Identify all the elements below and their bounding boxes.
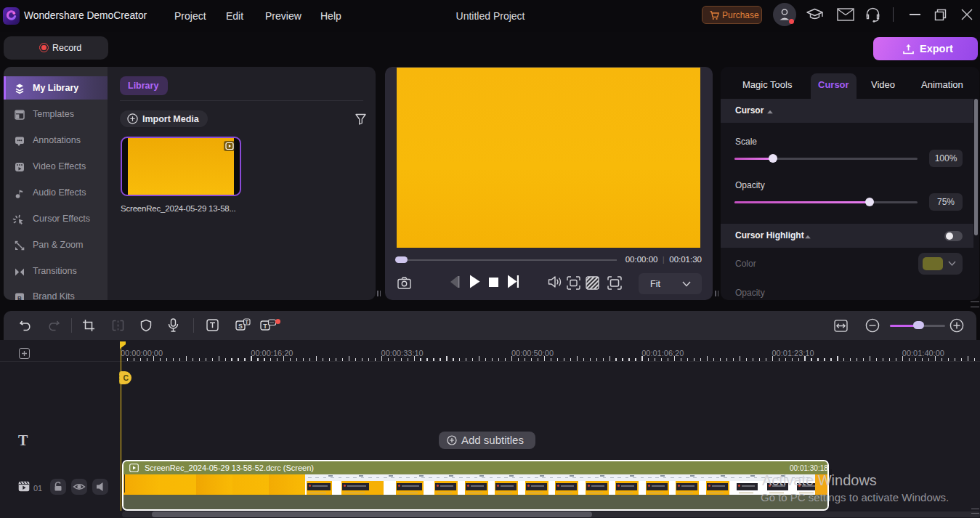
svg-text:S: S [238,323,243,330]
svg-text:B: B [17,295,22,301]
svg-text:T: T [245,320,248,325]
svg-text:T: T [263,323,267,330]
